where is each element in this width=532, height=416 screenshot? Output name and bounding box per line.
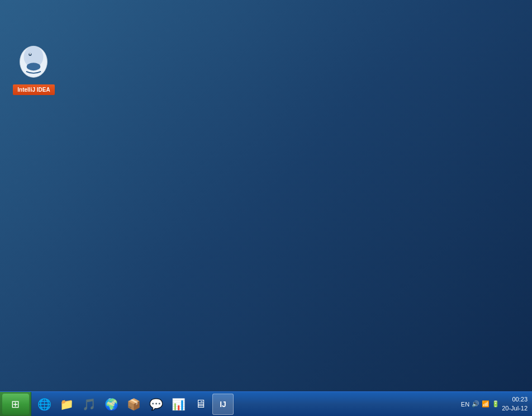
taskbar-volume-icon[interactable]: 🔊 (472, 400, 479, 408)
clock-time: 00:23 (502, 395, 528, 404)
intellij-logo: IntelliJ IDEA (13, 34, 54, 95)
taskbar-icon-explorer[interactable]: 📁 (56, 394, 77, 415)
taskbar-lang: EN (461, 401, 469, 408)
taskbar-icon-skype[interactable]: 💬 (145, 394, 167, 415)
taskbar: ⊞ 🌐 📁 🎵 🌍 📦 💬 📊 🖥 IJ EN 🔊 📶 🔋 00:23 20-J… (0, 391, 532, 416)
taskbar-icon-virtualbox[interactable]: 🖥 (190, 394, 211, 415)
taskbar-icon-dropbox[interactable]: 📦 (123, 394, 144, 415)
taskbar-right: EN 🔊 📶 🔋 00:23 20-Jul-12 (457, 395, 532, 413)
desktop (0, 0, 532, 391)
taskbar-icon-intellij[interactable]: IJ (212, 394, 234, 415)
svg-point-3 (27, 63, 41, 70)
clock-date: 20-Jul-12 (502, 404, 528, 413)
taskbar-clock: 00:23 20-Jul-12 (502, 395, 528, 413)
taskbar-icons: 🌐 📁 🎵 🌍 📦 💬 📊 🖥 IJ (31, 394, 457, 415)
start-button[interactable]: ⊞ (0, 392, 31, 417)
svg-point-4 (30, 53, 31, 55)
taskbar-icon-powerpoint[interactable]: 📊 (168, 394, 189, 415)
taskbar-icon-chrome[interactable]: 🌍 (101, 394, 122, 415)
taskbar-icon-wmplayer[interactable]: 🎵 (78, 394, 99, 415)
intellij-brand-label: IntelliJ IDEA (13, 84, 54, 95)
taskbar-battery-icon[interactable]: 🔋 (492, 400, 500, 408)
taskbar-icon-ie[interactable]: 🌐 (34, 394, 55, 415)
taskbar-sys-icons: EN 🔊 📶 🔋 (461, 400, 500, 408)
whale-logo (14, 40, 53, 79)
taskbar-network-icon[interactable]: 📶 (482, 400, 490, 408)
start-button-icon: ⊞ (2, 394, 29, 415)
